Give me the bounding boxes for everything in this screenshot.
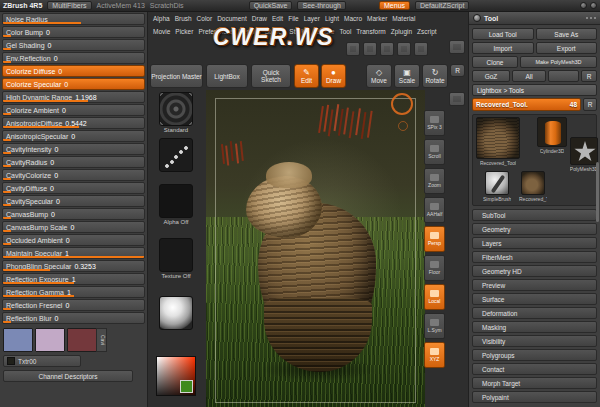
- material-slider[interactable]: AnisotropicDiffuse 0.5442: [2, 117, 145, 129]
- viewport-canvas[interactable]: [206, 90, 425, 407]
- menu-item[interactable]: Draw: [252, 15, 267, 22]
- tool-section[interactable]: Visibility: [472, 335, 597, 347]
- material-slider[interactable]: CanvasBump 0: [2, 208, 145, 220]
- goz-r-button[interactable]: R: [581, 70, 597, 82]
- tool-section[interactable]: Polypaint: [472, 391, 597, 403]
- menu-item[interactable]: Tool: [339, 28, 351, 35]
- material-slider[interactable]: Reflection Gamma 1: [2, 286, 145, 298]
- menu-item[interactable]: Transform: [356, 28, 385, 35]
- texture-slot-button[interactable]: Txtr00: [3, 355, 81, 367]
- tool-thumbnail[interactable]: Recovered_Tool: [519, 171, 547, 202]
- goz-all-button[interactable]: All: [512, 70, 546, 82]
- menu-item[interactable]: Material: [392, 15, 415, 22]
- color-gradient-square[interactable]: [156, 356, 196, 396]
- active-tool-slider[interactable]: Recovered_Tool. 48: [472, 98, 581, 111]
- menu-item[interactable]: Marker: [367, 15, 387, 22]
- tool-thumbnail[interactable]: PolyMesh3D: [569, 137, 599, 172]
- material-slider[interactable]: High Dynamic Range 1.1968: [2, 91, 145, 103]
- make-polymesh3d-button[interactable]: Make PolyMesh3D: [520, 56, 597, 68]
- panel-scrollbar[interactable]: [596, 162, 599, 222]
- material-slider[interactable]: CavityDiffuse 0: [2, 182, 145, 194]
- canvas-control-button[interactable]: XYZ: [424, 342, 445, 368]
- goz-button[interactable]: GoZ: [472, 70, 510, 82]
- material-slider[interactable]: Reflection Exposure 1: [2, 273, 145, 285]
- material-slider[interactable]: CavityColorize 0: [2, 169, 145, 181]
- tool-section[interactable]: FiberMesh: [472, 251, 597, 263]
- material-slider[interactable]: AnisotropicSpecular 0: [2, 130, 145, 142]
- tool-section[interactable]: Preview: [472, 279, 597, 291]
- menu-item[interactable]: Brush: [175, 15, 192, 22]
- render-shortcut-button[interactable]: R: [450, 64, 465, 77]
- material-slider[interactable]: Color Bump 0: [2, 26, 145, 38]
- lightbox-tools-path[interactable]: Lightbox > Tools: [472, 84, 597, 96]
- canvas-control-button[interactable]: Persp: [424, 226, 445, 252]
- color-swatch[interactable]: [35, 328, 65, 352]
- zadd-icon[interactable]: [397, 42, 411, 56]
- color-picker[interactable]: [148, 356, 204, 396]
- m-icon[interactable]: [380, 42, 394, 56]
- tool-section[interactable]: Geometry HD: [472, 265, 597, 277]
- material-slider[interactable]: PhongBlinn Specular 0.3253: [2, 260, 145, 272]
- tool-section[interactable]: Contact: [472, 363, 597, 375]
- help-icon[interactable]: [580, 2, 587, 9]
- material-slider[interactable]: Reflection Blur 0: [2, 312, 145, 324]
- tool-section[interactable]: Morph Target: [472, 377, 597, 389]
- tool-thumbnail[interactable]: Recovered_Tool: [475, 117, 521, 166]
- material-slider[interactable]: CanvasBump Scale 0: [2, 221, 145, 233]
- load-tool-button[interactable]: Load Tool: [472, 28, 534, 40]
- clone-button[interactable]: Clone: [472, 56, 518, 68]
- default-zscript-button[interactable]: DefaultZScript: [415, 1, 469, 10]
- mrgb-icon[interactable]: [346, 42, 360, 56]
- tool-thumbnail[interactable]: SimpleBrush: [483, 171, 511, 202]
- draw-button[interactable]: ● Draw: [321, 64, 346, 88]
- scale-button[interactable]: ▣ Scale: [394, 64, 420, 88]
- material-slider[interactable]: Colorize Ambient 0: [2, 104, 145, 116]
- menu-item[interactable]: Document: [217, 15, 247, 22]
- menu-item[interactable]: Zscript: [417, 28, 437, 35]
- texture-selector[interactable]: Texture Off: [148, 238, 204, 279]
- color-swatch[interactable]: [67, 328, 97, 352]
- rotate-button[interactable]: ↻ Rotate: [422, 64, 448, 88]
- canvas-control-button[interactable]: Floor: [424, 255, 445, 281]
- tool-section[interactable]: Surface: [472, 293, 597, 305]
- stroke-selector[interactable]: [148, 138, 204, 172]
- goz-spacer-button[interactable]: [548, 70, 579, 82]
- canvas-control-button[interactable]: AAHalf: [424, 197, 445, 223]
- menu-item[interactable]: Macro: [344, 15, 362, 22]
- brush-selector[interactable]: Standard: [148, 92, 204, 133]
- alpha-selector[interactable]: Alpha Off: [148, 184, 204, 225]
- tool-section[interactable]: Polygroups: [472, 349, 597, 361]
- tool-section[interactable]: Masking: [472, 321, 597, 333]
- material-slider[interactable]: CavityIntensity 0: [2, 143, 145, 155]
- material-selector[interactable]: [148, 296, 204, 330]
- export-button[interactable]: Export: [536, 42, 598, 54]
- edit-button[interactable]: ✎ Edit: [294, 64, 319, 88]
- material-slider[interactable]: Gel Shading 0: [2, 39, 145, 51]
- rgb-icon[interactable]: [363, 42, 377, 56]
- tool-r-button[interactable]: R: [583, 98, 597, 111]
- material-slider[interactable]: Colorize Specular 0: [2, 78, 145, 90]
- see-through-slider[interactable]: See-through: [297, 1, 346, 10]
- material-slider[interactable]: Noise Radius: [2, 13, 145, 25]
- material-slider[interactable]: Env.Reflection 0: [2, 52, 145, 64]
- canvas-control-button[interactable]: Zoom: [424, 168, 445, 194]
- menu-item[interactable]: Layer: [304, 15, 320, 22]
- menu-item[interactable]: Edit: [272, 15, 283, 22]
- canvas-control-button[interactable]: Local: [424, 284, 445, 310]
- secondary-color-swatch[interactable]: [180, 380, 193, 393]
- tool-thumbnail[interactable]: Cylinder3D: [535, 117, 569, 154]
- zsub-icon[interactable]: [414, 42, 428, 56]
- material-slider[interactable]: CavitySpecular 0: [2, 195, 145, 207]
- canvas-control-button[interactable]: L.Sym: [424, 313, 445, 339]
- menus-toggle[interactable]: Menus: [379, 1, 410, 10]
- menu-item[interactable]: Picker: [175, 28, 193, 35]
- color-swatch[interactable]: [3, 328, 33, 352]
- channel-descriptors-button[interactable]: Channel Descriptors: [3, 370, 133, 382]
- menu-item[interactable]: Color: [197, 15, 213, 22]
- tool-section[interactable]: Geometry: [472, 223, 597, 235]
- canvas-control-button[interactable]: SPix 3: [424, 110, 445, 136]
- material-slider[interactable]: Occluded Ambient 0: [2, 234, 145, 246]
- save-as-button[interactable]: Save As: [536, 28, 598, 40]
- projection-master-button[interactable]: Projection Master: [150, 64, 203, 88]
- menu-item[interactable]: Zplugin: [391, 28, 412, 35]
